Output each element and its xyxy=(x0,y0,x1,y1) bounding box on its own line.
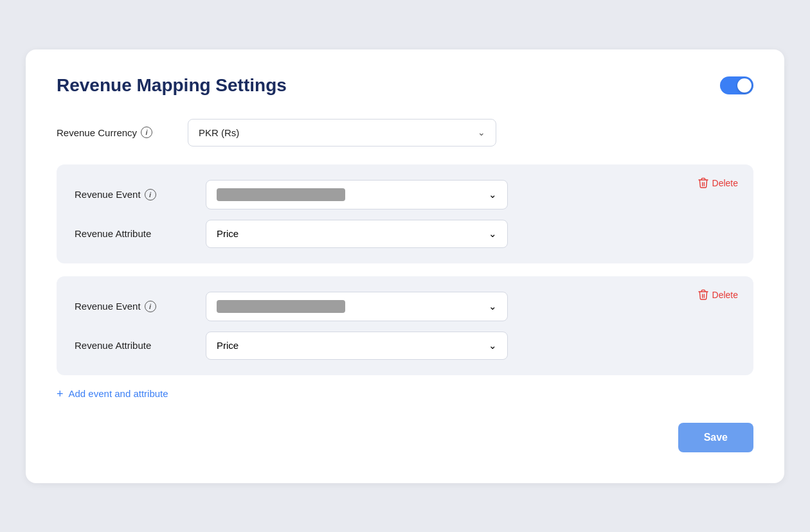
save-button[interactable]: Save xyxy=(678,423,753,452)
settings-card: Revenue Mapping Settings Revenue Currenc… xyxy=(26,49,784,483)
delete-label-1: Delete xyxy=(712,178,738,188)
currency-chevron-icon: ⌄ xyxy=(478,127,485,137)
event-masked-value-1 xyxy=(217,188,345,201)
event-select-2[interactable]: ⌄ xyxy=(206,292,508,321)
add-event-button[interactable]: + Add event and attribute xyxy=(57,388,168,400)
event-label-1: Revenue Event i xyxy=(75,189,190,200)
attribute-value-2: Price xyxy=(217,340,239,351)
currency-row: Revenue Currency i PKR (Rs) ⌄ xyxy=(57,119,753,146)
currency-value: PKR (Rs) xyxy=(199,127,239,138)
event-chevron-icon-1: ⌄ xyxy=(489,189,497,200)
attribute-chevron-icon-1: ⌄ xyxy=(489,228,497,240)
event-label-2: Revenue Event i xyxy=(75,301,190,312)
attribute-select-2[interactable]: Price ⌄ xyxy=(206,332,508,360)
event-chevron-icon-2: ⌄ xyxy=(489,301,497,312)
attribute-chevron-icon-2: ⌄ xyxy=(489,340,497,351)
attribute-value-1: Price xyxy=(217,228,239,239)
delete-label-2: Delete xyxy=(712,290,738,300)
attribute-label-2: Revenue Attribute xyxy=(75,340,190,351)
trash-icon-2 xyxy=(698,289,708,301)
attribute-select-1[interactable]: Price ⌄ xyxy=(206,220,508,248)
toggle-thumb xyxy=(737,78,752,93)
event-field-row-1: Revenue Event i ⌄ xyxy=(75,180,735,209)
event-field-row-2: Revenue Event i ⌄ xyxy=(75,292,735,321)
footer: Save xyxy=(57,423,753,452)
attribute-field-row-2: Revenue Attribute Price ⌄ xyxy=(75,332,735,360)
event-block-2: Delete Revenue Event i ⌄ Revenue Attribu… xyxy=(57,276,753,375)
delete-button-2[interactable]: Delete xyxy=(698,289,738,301)
currency-info-icon[interactable]: i xyxy=(141,127,152,138)
event-info-icon-2[interactable]: i xyxy=(145,301,156,312)
header: Revenue Mapping Settings xyxy=(57,75,753,96)
event-info-icon-1[interactable]: i xyxy=(145,189,156,200)
event-block-1: Delete Revenue Event i ⌄ Revenue Attribu… xyxy=(57,164,753,263)
attribute-label-1: Revenue Attribute xyxy=(75,228,190,239)
enable-toggle[interactable] xyxy=(720,76,753,94)
toggle-track[interactable] xyxy=(720,76,753,94)
attribute-field-row-1: Revenue Attribute Price ⌄ xyxy=(75,220,735,248)
add-event-label: Add event and attribute xyxy=(69,388,168,399)
trash-icon-1 xyxy=(698,177,708,189)
event-select-1[interactable]: ⌄ xyxy=(206,180,508,209)
delete-button-1[interactable]: Delete xyxy=(698,177,738,189)
page-title: Revenue Mapping Settings xyxy=(57,75,287,96)
currency-select[interactable]: PKR (Rs) ⌄ xyxy=(188,119,496,146)
event-masked-value-2 xyxy=(217,300,345,313)
currency-label: Revenue Currency i xyxy=(57,127,172,138)
plus-icon: + xyxy=(57,388,64,400)
